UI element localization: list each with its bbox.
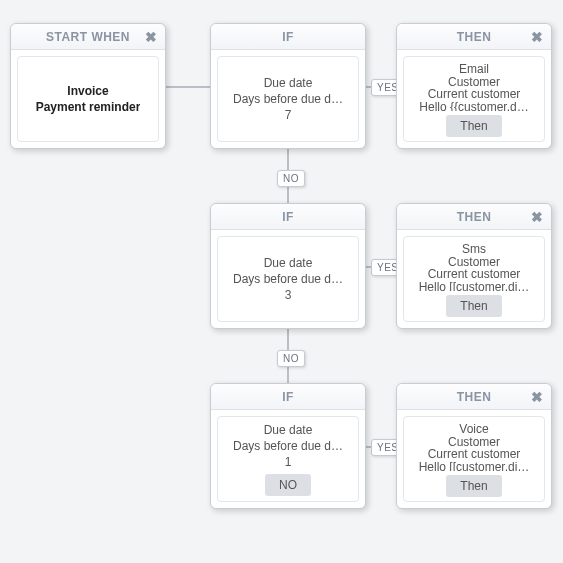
then-target: Customer bbox=[448, 254, 500, 267]
then-button[interactable]: Then bbox=[446, 475, 501, 497]
then-template: Hello [[customer.di… bbox=[419, 279, 530, 292]
then-channel: Voice bbox=[459, 421, 488, 434]
node-title: START WHEN bbox=[46, 30, 130, 44]
node-header: IF bbox=[211, 24, 365, 50]
if-value: 7 bbox=[285, 107, 292, 123]
node-body: Due date Days before due d… 7 bbox=[217, 56, 359, 142]
if-field: Due date bbox=[264, 75, 313, 91]
close-icon[interactable]: ✖ bbox=[531, 30, 544, 44]
then-scope: Current customer bbox=[428, 86, 521, 99]
if-field: Due date bbox=[264, 255, 313, 271]
if-field: Due date bbox=[264, 422, 313, 438]
node-start-when[interactable]: START WHEN ✖ Invoice Payment reminder bbox=[10, 23, 166, 149]
node-title: IF bbox=[282, 210, 294, 224]
node-if-2[interactable]: IF Due date Days before due d… 3 bbox=[210, 203, 366, 329]
then-button[interactable]: Then bbox=[446, 295, 501, 317]
then-channel: Sms bbox=[462, 241, 486, 254]
close-icon[interactable]: ✖ bbox=[531, 210, 544, 224]
node-if-1[interactable]: IF Due date Days before due d… 7 bbox=[210, 23, 366, 149]
node-body: Voice Customer Current customer Hello [[… bbox=[403, 416, 545, 502]
node-header: THEN ✖ bbox=[397, 24, 551, 50]
no-button[interactable]: NO bbox=[265, 474, 311, 496]
node-title: THEN bbox=[457, 210, 492, 224]
node-title: IF bbox=[282, 390, 294, 404]
node-then-3[interactable]: THEN ✖ Voice Customer Current customer H… bbox=[396, 383, 552, 509]
node-title: THEN bbox=[457, 390, 492, 404]
branch-label-no: NO bbox=[277, 170, 305, 187]
then-target: Customer bbox=[448, 74, 500, 87]
start-line2: Payment reminder bbox=[36, 99, 141, 115]
if-value: 1 bbox=[285, 454, 292, 470]
node-if-3[interactable]: IF Due date Days before due d… 1 NO bbox=[210, 383, 366, 509]
branch-label-no: NO bbox=[277, 350, 305, 367]
then-template: Hello [[customer.di… bbox=[419, 459, 530, 472]
node-body: Due date Days before due d… 1 NO bbox=[217, 416, 359, 502]
node-then-2[interactable]: THEN ✖ Sms Customer Current customer Hel… bbox=[396, 203, 552, 329]
if-condition: Days before due d… bbox=[233, 91, 343, 107]
then-button[interactable]: Then bbox=[446, 115, 501, 137]
flow-canvas: YES NO YES NO YES START WHEN ✖ Invoice P… bbox=[0, 0, 563, 563]
close-icon[interactable]: ✖ bbox=[145, 30, 158, 44]
node-body: Invoice Payment reminder bbox=[17, 56, 159, 142]
node-header: THEN ✖ bbox=[397, 384, 551, 410]
node-title: THEN bbox=[457, 30, 492, 44]
node-body: Sms Customer Current customer Hello [[cu… bbox=[403, 236, 545, 322]
if-condition: Days before due d… bbox=[233, 271, 343, 287]
then-template: Hello {{customer.d… bbox=[419, 99, 528, 112]
node-header: START WHEN ✖ bbox=[11, 24, 165, 50]
node-header: IF bbox=[211, 384, 365, 410]
node-body: Due date Days before due d… 3 bbox=[217, 236, 359, 322]
node-body: Email Customer Current customer Hello {{… bbox=[403, 56, 545, 142]
connector bbox=[166, 86, 210, 88]
node-header: IF bbox=[211, 204, 365, 230]
if-value: 3 bbox=[285, 287, 292, 303]
if-condition: Days before due d… bbox=[233, 438, 343, 454]
node-header: THEN ✖ bbox=[397, 204, 551, 230]
then-target: Customer bbox=[448, 434, 500, 447]
then-scope: Current customer bbox=[428, 266, 521, 279]
close-icon[interactable]: ✖ bbox=[531, 390, 544, 404]
start-line1: Invoice bbox=[67, 83, 108, 99]
then-scope: Current customer bbox=[428, 446, 521, 459]
then-channel: Email bbox=[459, 61, 489, 74]
node-then-1[interactable]: THEN ✖ Email Customer Current customer H… bbox=[396, 23, 552, 149]
node-title: IF bbox=[282, 30, 294, 44]
